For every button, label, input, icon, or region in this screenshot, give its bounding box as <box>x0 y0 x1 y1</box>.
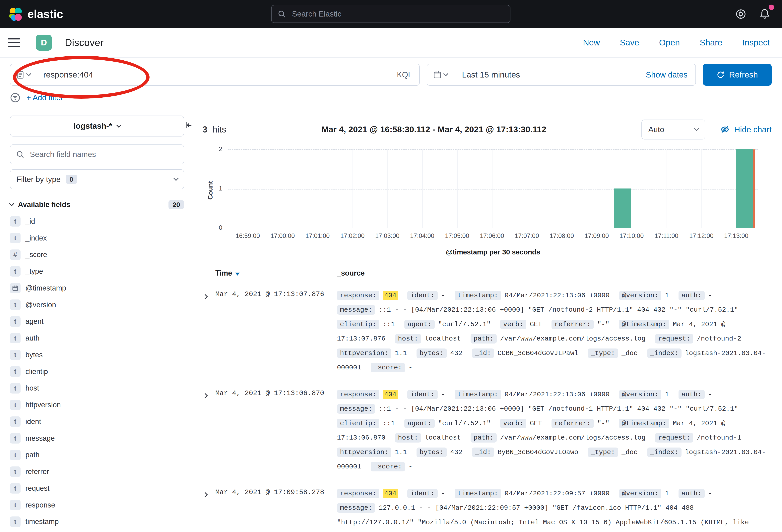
nav-action-save[interactable]: Save <box>620 38 639 47</box>
x-tick-label: 17:01:00 <box>306 232 330 239</box>
collapse-sidebar-button[interactable] <box>184 120 194 130</box>
query-text[interactable]: response:404 <box>36 70 390 79</box>
field-item-_index[interactable]: t_index <box>10 230 184 246</box>
chart-plot: 01216:59:0017:00:0017:01:0017:02:0017:03… <box>228 149 758 228</box>
field-type-icon: t <box>10 216 21 227</box>
interval-select[interactable]: Auto <box>641 120 705 140</box>
field-item-clientip[interactable]: tclientip <box>10 363 184 380</box>
field-search-input[interactable] <box>29 150 178 159</box>
field-name: _score <box>26 251 47 259</box>
field-item-message[interactable]: tmessage <box>10 430 184 447</box>
interval-value: Auto <box>648 125 664 134</box>
alerts-icon[interactable] <box>759 8 771 20</box>
field-key-badge: path: <box>470 334 497 343</box>
field-key-badge: @version: <box>619 390 662 399</box>
field-name: message <box>26 434 55 443</box>
add-filter-button[interactable]: + Add filter <box>27 93 63 102</box>
nav-action-inspect[interactable]: Inspect <box>742 38 770 47</box>
field-item-@version[interactable]: t@version <box>10 297 184 313</box>
field-item-timestamp[interactable]: ttimestamp <box>10 514 184 530</box>
field-type-icon: t <box>10 517 21 527</box>
field-key-badge: agent: <box>404 419 435 428</box>
histogram-bar[interactable] <box>736 149 753 228</box>
field-item-host[interactable]: thost <box>10 380 184 397</box>
field-search[interactable] <box>10 145 184 164</box>
field-key-badge: _score: <box>371 462 405 471</box>
gridline <box>527 149 528 228</box>
available-fields-label: Available fields <box>18 200 70 209</box>
field-item-bytes[interactable]: tbytes <box>10 346 184 363</box>
nav-action-share[interactable]: Share <box>700 38 722 47</box>
field-key-badge: bytes: <box>417 448 447 457</box>
field-item-agent[interactable]: tagent <box>10 313 184 330</box>
field-item-httpversion[interactable]: thttpversion <box>10 396 184 413</box>
field-name: @version <box>26 301 56 309</box>
date-quick-select-button[interactable] <box>427 64 454 85</box>
field-type-icon: t <box>10 350 21 360</box>
field-item-ident[interactable]: tident <box>10 413 184 430</box>
field-item-@timestamp[interactable]: @timestamp <box>10 280 184 297</box>
field-value: /notfound-2 <box>697 335 741 343</box>
field-value: CCBN_3cB04dGovJLPawl <box>497 349 578 357</box>
brand[interactable]: elastic <box>8 7 63 22</box>
field-type-icon: t <box>10 333 21 343</box>
field-item-_type[interactable]: t_type <box>10 263 184 280</box>
discover-app-icon[interactable]: D <box>36 35 52 50</box>
field-value: _doc <box>621 349 638 357</box>
field-item-response[interactable]: tresponse <box>10 497 184 514</box>
refresh-button[interactable]: Refresh <box>703 64 772 86</box>
field-item-_score[interactable]: #_score <box>10 246 184 263</box>
field-value: localhost <box>425 335 461 343</box>
elastic-logo <box>8 7 23 22</box>
histogram-bar[interactable] <box>614 189 631 228</box>
field-key-badge: _type: <box>588 348 618 358</box>
field-type-icon: t <box>10 266 21 277</box>
chevron-down-icon <box>9 201 14 206</box>
index-pattern-select[interactable]: logstash-* <box>10 116 184 137</box>
menu-button[interactable] <box>8 38 20 47</box>
doc-time: Mar 4, 2021 @ 17:13:07.876 <box>215 288 337 375</box>
field-value: - <box>441 490 445 497</box>
field-name: path <box>26 451 40 459</box>
query-input[interactable]: response:404 KQL <box>10 64 420 86</box>
nav-actions: NewSaveOpenShareInspect <box>583 38 770 47</box>
field-item-_id[interactable]: t_id <box>10 213 184 230</box>
global-search[interactable] <box>271 5 510 23</box>
expand-row-button[interactable] <box>202 486 215 532</box>
show-dates-button[interactable]: Show dates <box>646 70 696 79</box>
doc-source: response:404 ident:- timestamp:04/Mar/20… <box>337 387 772 474</box>
gridline <box>597 149 597 228</box>
field-key-badge: @timestamp: <box>619 419 669 428</box>
expand-row-button[interactable] <box>202 387 215 474</box>
hide-chart-button[interactable]: Hide chart <box>720 125 772 134</box>
field-key-badge: verb: <box>500 419 526 428</box>
field-value: ::1 <box>383 320 395 328</box>
discover-main: 3 hits Mar 4, 2021 @ 16:58:30.112 - Mar … <box>198 111 782 532</box>
field-type-icon: t <box>10 416 21 427</box>
field-key-badge: ident: <box>407 390 438 399</box>
help-icon[interactable] <box>735 8 747 20</box>
field-type-icon: t <box>10 233 21 243</box>
nav-action-open[interactable]: Open <box>659 38 680 47</box>
time-column-header[interactable]: Time <box>215 269 337 277</box>
expand-row-button[interactable] <box>202 288 215 375</box>
nav-action-new[interactable]: New <box>583 38 600 47</box>
field-name: auth <box>26 334 40 342</box>
saved-query-button[interactable] <box>10 64 36 85</box>
app-navbar: D Discover NewSaveOpenShareInspect <box>0 28 782 58</box>
current-time-marker <box>753 149 755 228</box>
filter-icon[interactable] <box>10 92 21 103</box>
collapse-left-icon <box>184 120 194 130</box>
filter-by-type-dropdown[interactable]: Filter by type 0 <box>10 169 184 189</box>
fields-list: t_idt_index#_scoret_type@timestampt@vers… <box>10 213 184 530</box>
field-item-request[interactable]: trequest <box>10 480 184 497</box>
field-item-path[interactable]: tpath <box>10 447 184 463</box>
field-item-referrer[interactable]: treferrer <box>10 463 184 480</box>
gridline <box>228 149 758 150</box>
query-language-button[interactable]: KQL <box>390 70 419 79</box>
global-search-input[interactable] <box>291 9 504 19</box>
field-name: @timestamp <box>26 284 66 292</box>
available-fields-header[interactable]: Available fields 20 <box>10 200 184 209</box>
time-range-text[interactable]: Last 15 minutes <box>454 70 646 79</box>
field-item-auth[interactable]: tauth <box>10 330 184 346</box>
